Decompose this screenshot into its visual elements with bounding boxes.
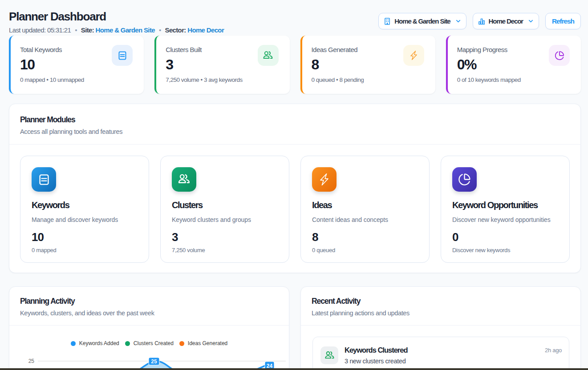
svg-text:25: 25 (151, 358, 157, 365)
svg-text:25: 25 (28, 358, 35, 364)
